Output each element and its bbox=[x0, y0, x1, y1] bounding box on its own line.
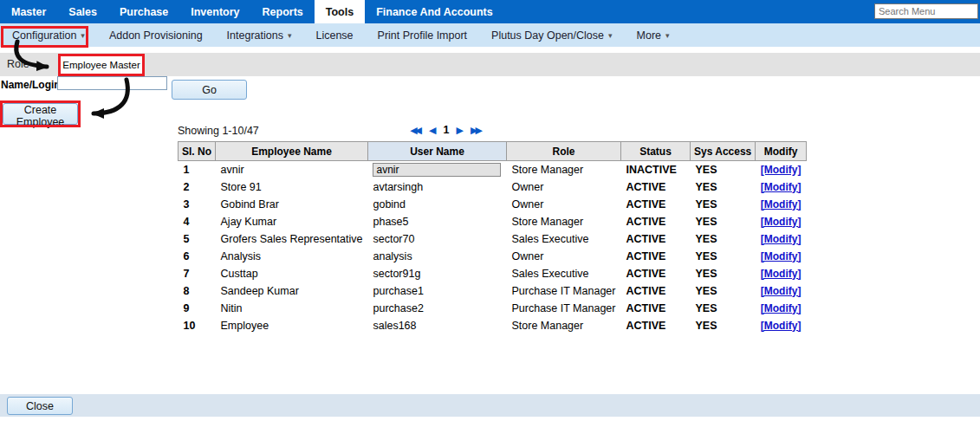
subnav-item-label: License bbox=[315, 29, 353, 42]
cell-user-name: sector70 bbox=[367, 230, 506, 248]
cell-role: Store Manager bbox=[506, 161, 620, 178]
employee-master-menu-item[interactable]: Employee Master bbox=[62, 60, 140, 70]
modify-link[interactable]: [Modify] bbox=[761, 233, 802, 245]
table-row: 4Ajay Kumarphase5Store ManagerACTIVEYES[… bbox=[178, 213, 807, 230]
cell-sl-no: 6 bbox=[178, 248, 216, 265]
prev-page-icon[interactable]: ◀ bbox=[429, 125, 436, 136]
modify-link[interactable]: [Modify] bbox=[761, 198, 802, 210]
cell-modify: [Modify] bbox=[756, 196, 807, 213]
cell-employee-name: Employee bbox=[216, 317, 368, 334]
subnav-item-label: Addon Provisioning bbox=[109, 29, 203, 42]
column-header-sl-no[interactable]: Sl. No bbox=[178, 142, 216, 161]
close-button[interactable]: Close bbox=[7, 397, 73, 415]
role-menu-item[interactable]: Role bbox=[7, 58, 29, 70]
cell-modify: [Modify] bbox=[756, 213, 807, 230]
column-header-sys-access[interactable]: Sys Access bbox=[690, 142, 755, 161]
cell-user-name: gobind bbox=[367, 196, 506, 213]
modify-link[interactable]: [Modify] bbox=[761, 164, 802, 176]
topnav-item-sales[interactable]: Sales bbox=[57, 0, 108, 23]
cell-sl-no: 9 bbox=[178, 300, 216, 317]
cell-user-name: sector91g bbox=[367, 265, 506, 282]
next-page-icon[interactable]: ▶ bbox=[456, 125, 463, 136]
search-menu-input[interactable] bbox=[874, 3, 978, 19]
cell-modify: [Modify] bbox=[756, 265, 807, 282]
subnav-items: Configuration▾Addon ProvisioningIntegrat… bbox=[0, 23, 980, 47]
cell-employee-name: Custtap bbox=[216, 265, 368, 282]
topnav-item-finance-and-accounts[interactable]: Finance And Accounts bbox=[365, 0, 504, 23]
table-header-row: Sl. NoEmployee NameUser NameRoleStatusSy… bbox=[178, 142, 807, 161]
plutus-app-window: MasterSalesPurchaseInventoryReportsTools… bbox=[0, 0, 980, 421]
pagination: ◀◀ ◀ 1 ▶ ▶▶ bbox=[178, 124, 715, 136]
topnav-item-purchase[interactable]: Purchase bbox=[108, 0, 179, 23]
cell-employee-name: avnir bbox=[216, 161, 368, 178]
modify-link[interactable]: [Modify] bbox=[761, 216, 802, 228]
cell-sl-no: 5 bbox=[178, 230, 216, 248]
cell-modify: [Modify] bbox=[756, 178, 807, 196]
cell-role: Store Manager bbox=[506, 213, 620, 230]
last-page-icon[interactable]: ▶▶ bbox=[471, 125, 483, 136]
cell-modify: [Modify] bbox=[756, 317, 807, 334]
cell-employee-name: Ajay Kumar bbox=[216, 213, 368, 230]
column-header-modify[interactable]: Modify bbox=[756, 142, 807, 161]
cell-sl-no: 8 bbox=[178, 282, 216, 300]
subnav-item-license[interactable]: License bbox=[303, 23, 365, 47]
column-header-status[interactable]: Status bbox=[620, 142, 690, 161]
cell-user-name: purchase1 bbox=[367, 282, 506, 300]
footer-bar bbox=[0, 394, 980, 417]
go-button[interactable]: Go bbox=[172, 80, 247, 100]
modify-link[interactable]: [Modify] bbox=[761, 302, 802, 314]
subnav-item-integrations[interactable]: Integrations▾ bbox=[215, 23, 304, 47]
column-header-employee-name[interactable]: Employee Name bbox=[216, 142, 368, 161]
cell-sys-access: YES bbox=[690, 248, 755, 265]
table-row: 9Nitinpurchase2Purchase IT ManagerACTIVE… bbox=[178, 300, 807, 317]
breadcrumb-bar bbox=[0, 53, 980, 76]
cell-employee-name: Sandeep Kumar bbox=[216, 282, 368, 300]
create-employee-button[interactable]: Create Employee bbox=[3, 103, 78, 125]
first-page-icon[interactable]: ◀◀ bbox=[410, 125, 422, 136]
cell-status: ACTIVE bbox=[620, 178, 690, 196]
cell-user-name: purchase2 bbox=[367, 300, 506, 317]
table-toolbar: Showing 1-10/47 ◀◀ ◀ 1 ▶ ▶▶ bbox=[178, 123, 763, 139]
cell-user-name: phase5 bbox=[367, 213, 506, 230]
name-login-input[interactable] bbox=[57, 76, 167, 90]
subnav-item-configuration[interactable]: Configuration▾ bbox=[0, 23, 97, 47]
topnav-item-reports[interactable]: Reports bbox=[251, 0, 315, 23]
table-row: 1avnirStore ManagerINACTIVEYES[Modify] bbox=[178, 161, 807, 178]
employee-table-body: 1avnirStore ManagerINACTIVEYES[Modify]2S… bbox=[178, 161, 807, 334]
subnav-item-label: Integrations bbox=[227, 29, 283, 42]
cell-role: Sales Executive bbox=[506, 265, 620, 282]
topnav-item-master[interactable]: Master bbox=[0, 0, 57, 23]
cell-sl-no: 7 bbox=[178, 265, 216, 282]
subnav-item-print-profile-import[interactable]: Print Profile Import bbox=[366, 23, 480, 47]
subnav-item-label: Print Profile Import bbox=[378, 29, 468, 42]
modify-link[interactable]: [Modify] bbox=[761, 250, 802, 262]
modify-link[interactable]: [Modify] bbox=[761, 320, 802, 332]
subnav-item-plutus-day-open-close[interactable]: Plutus Day Open/Close▾ bbox=[479, 23, 624, 47]
table-row: 5Grofers Sales Representativesector70Sal… bbox=[178, 230, 807, 248]
cell-status: ACTIVE bbox=[620, 282, 690, 300]
cell-sl-no: 2 bbox=[178, 178, 216, 196]
cell-status: ACTIVE bbox=[620, 317, 690, 334]
modify-link[interactable]: [Modify] bbox=[761, 181, 802, 193]
chevron-down-icon: ▾ bbox=[608, 31, 613, 40]
cell-modify: [Modify] bbox=[756, 248, 807, 265]
subnav-item-label: More bbox=[637, 29, 661, 42]
current-page-number: 1 bbox=[444, 124, 450, 136]
cell-status: ACTIVE bbox=[620, 265, 690, 282]
cell-sys-access: YES bbox=[690, 161, 755, 178]
cell-sys-access: YES bbox=[690, 196, 755, 213]
topnav-item-tools[interactable]: Tools bbox=[315, 0, 365, 23]
subnav-item-addon-provisioning[interactable]: Addon Provisioning bbox=[97, 23, 215, 47]
topnav-item-inventory[interactable]: Inventory bbox=[179, 0, 250, 23]
cell-role: Purchase IT Manager bbox=[506, 300, 620, 317]
subnav-item-more[interactable]: More▾ bbox=[625, 23, 682, 47]
topnav-items: MasterSalesPurchaseInventoryReportsTools… bbox=[0, 0, 980, 23]
cell-user-name: sales168 bbox=[367, 317, 506, 334]
column-header-user-name[interactable]: User Name bbox=[367, 142, 506, 161]
cell-user-name: avtarsingh bbox=[367, 178, 506, 196]
column-header-role[interactable]: Role bbox=[506, 142, 620, 161]
user-name-edit-input[interactable] bbox=[373, 163, 501, 177]
modify-link[interactable]: [Modify] bbox=[761, 285, 802, 297]
cell-status: ACTIVE bbox=[620, 230, 690, 248]
modify-link[interactable]: [Modify] bbox=[761, 268, 802, 280]
